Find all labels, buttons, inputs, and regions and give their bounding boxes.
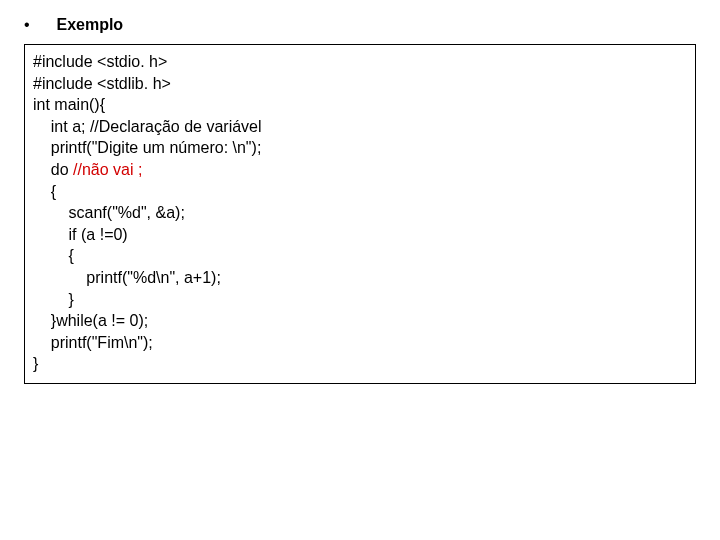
code-line: int a; //Declaração de variável: [33, 116, 687, 138]
heading: • Exemplo: [24, 16, 696, 34]
code-comment-highlight: //não vai ;: [73, 161, 142, 178]
code-line: }: [33, 289, 687, 311]
code-line: int main(){: [33, 94, 687, 116]
code-line: #include <stdio. h>: [33, 51, 687, 73]
code-line: #include <stdlib. h>: [33, 73, 687, 95]
code-text: do: [33, 161, 73, 178]
bullet-icon: •: [24, 16, 52, 34]
code-box: #include <stdio. h> #include <stdlib. h>…: [24, 44, 696, 384]
code-line: printf("Digite um número: \n");: [33, 137, 687, 159]
code-line: if (a !=0): [33, 224, 687, 246]
code-line: {: [33, 181, 687, 203]
code-line: scanf("%d", &a);: [33, 202, 687, 224]
code-line: printf("%d\n", a+1);: [33, 267, 687, 289]
code-line: printf("Fim\n");: [33, 332, 687, 354]
code-line: }: [33, 353, 687, 375]
code-line: {: [33, 245, 687, 267]
code-line: do //não vai ;: [33, 159, 687, 181]
heading-text: Exemplo: [56, 16, 123, 33]
code-line: }while(a != 0);: [33, 310, 687, 332]
